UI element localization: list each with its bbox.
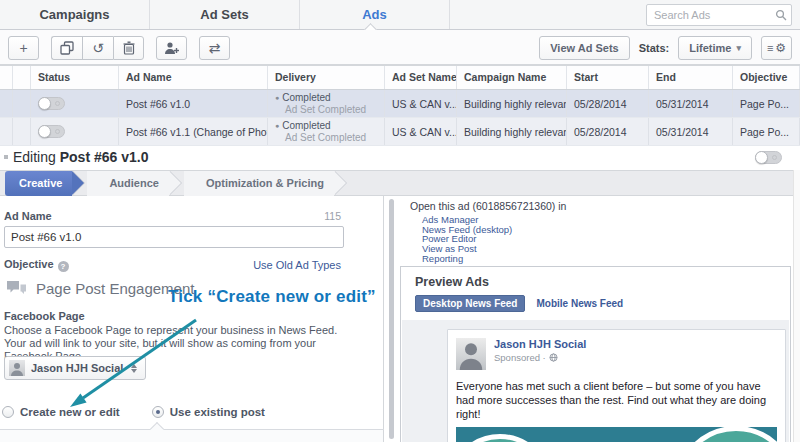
step-audience[interactable]: Audience [87,171,169,196]
export-import-button[interactable]: ⇄ [199,36,230,60]
radio-circle [2,406,14,418]
post-image[interactable] [456,427,777,442]
gear-icon: ⚙ [775,41,786,55]
window-scrollbar[interactable] [793,170,800,442]
search-input[interactable] [646,4,792,26]
editing-bullet-icon [4,155,8,159]
column-header-campaign-name[interactable]: Campaign Name [457,66,567,89]
preview-ads-box: Preview Ads Desktop News Feed Mobile New… [400,266,791,442]
stats-range-value: Lifetime [689,42,731,54]
column-header-spacer [0,66,13,89]
column-header-end[interactable]: End [649,66,733,89]
column-header-ad-set-name[interactable]: Ad Set Name [385,66,457,89]
sponsored-label: Sponsored · [494,352,546,363]
stats-range-dropdown[interactable]: Lifetime ▾ [678,36,752,60]
tab-desktop-news-feed[interactable]: Desktop News Feed [415,295,525,312]
stats-label: Stats: [639,42,670,54]
delivery-status: Completed [282,92,330,103]
person-silhouette-icon [9,360,25,376]
row-gutter [13,118,31,145]
duplicate-button[interactable] [51,36,82,60]
creative-form-panel: Ad Name 115 Objective? Use Old Ad Types … [0,196,384,442]
cell-ad-name: Post #66 v1.0 [119,90,268,117]
search-icon [775,9,787,21]
table-row[interactable]: Post #66 v1.1 (Change of Photo) ●Complet… [0,118,800,146]
step-optimization-pricing[interactable]: Optimization & Pricing [184,171,334,196]
caret-down-icon: ▾ [736,43,741,53]
column-header-status[interactable]: Status [31,66,119,89]
audience-button[interactable] [156,36,187,60]
select-arrows-icon [131,364,137,373]
tab-ads[interactable]: Ads [300,0,450,29]
cell-start-date: 05/28/2014 [567,90,649,117]
left-panel-scrollbar[interactable] [389,199,394,439]
editor-steps-bar: Creative Audience Optimization & Pricing [0,170,800,196]
status-toggle[interactable] [38,125,65,138]
ad-name-input[interactable] [4,226,344,248]
cell-delivery: ●Completed Ad Set Completed [268,90,385,117]
open-ad-links: Ads Manager News Feed (desktop) Power Ed… [422,215,512,264]
toggle-off-ring [55,101,60,106]
radio-circle-checked [152,406,164,418]
delivery-substatus: Ad Set Completed [275,104,384,116]
cell-objective: Page Po... [733,118,800,145]
status-dot-icon: ● [275,122,279,129]
radio-existing-label: Use existing post [170,406,265,418]
use-old-ad-types-link[interactable]: Use Old Ad Types [253,259,341,271]
cell-ad-name: Post #66 v1.1 (Change of Photo) [119,118,268,145]
cell-end-date: 05/31/2014 [649,118,733,145]
tutorial-annotation-text: Tick “Create new or edit” [168,287,376,307]
help-question-icon[interactable]: ? [58,261,69,272]
editing-header: Editing Post #66 v1.0 [0,146,800,170]
person-add-icon [164,41,180,55]
status-dot-icon: ● [275,94,279,101]
revert-button[interactable]: ↺ [82,36,113,60]
power-editor-window: Campaigns Ad Sets Ads + ↺ [0,0,800,442]
ad-preview-post: Jason HJH Social Sponsored · Everyone ha… [447,329,786,442]
editing-status-toggle[interactable] [755,151,782,164]
tab-ad-sets[interactable]: Ad Sets [150,0,300,29]
status-toggle[interactable] [38,97,65,110]
chat-bubbles-icon [6,280,27,297]
facebook-page-label: Facebook Page [4,310,85,322]
objective-label-text: Objective [4,258,54,270]
column-header-objective[interactable]: Objective [733,66,800,89]
page-selector-value: Jason HJH Social [31,362,123,374]
table-row[interactable]: Post #66 v1.0 ●Completed Ad Set Complete… [0,90,800,118]
column-header-ad-name[interactable]: Ad Name [119,66,268,89]
plus-icon: + [19,40,27,56]
radio-create-new-or-edit[interactable]: Create new or edit [2,406,120,418]
toggle-knob [755,151,768,164]
step-creative[interactable]: Creative [5,171,72,196]
facebook-page-selector[interactable]: Jason HJH Social [4,356,146,380]
cell-objective: Page Po... [733,90,800,117]
swap-arrows-icon: ⇄ [209,40,221,56]
ads-table: Status Ad Name Delivery Ad Set Name Camp… [0,65,800,146]
cell-ad-set-name: US & CAN v... [385,118,457,145]
view-ad-sets-button[interactable]: View Ad Sets [539,36,629,60]
post-page-name[interactable]: Jason HJH Social [494,338,777,350]
column-settings-button[interactable]: ≡ ⚙ [761,36,792,60]
cell-ad-set-name: US & CAN v... [385,90,457,117]
globe-icon [549,353,558,362]
radio-use-existing-post[interactable]: Use existing post [152,406,265,418]
radio-create-label: Create new or edit [20,406,120,418]
create-ad-button[interactable]: + [8,36,39,60]
row-gutter [0,118,13,145]
preview-panel: Open this ad (6018856721360) in Ads Mana… [398,196,793,442]
preview-backdrop: Jason HJH Social Sponsored · Everyone ha… [402,320,789,442]
toggle-knob [38,125,51,138]
link-reporting[interactable]: Reporting [422,254,512,264]
cell-status [31,90,119,117]
editing-ad-name: Post #66 v1.0 [60,149,149,165]
trash-icon [123,41,135,55]
column-header-start[interactable]: Start [567,66,649,89]
tab-campaigns[interactable]: Campaigns [0,0,150,29]
cell-campaign-name: Building highly relevan... [457,118,567,145]
post-image-circle [456,434,552,442]
tab-mobile-news-feed[interactable]: Mobile News Feed [536,298,623,309]
cell-delivery: ●Completed Ad Set Completed [268,118,385,145]
delete-button[interactable] [113,36,144,60]
column-header-delivery[interactable]: Delivery [268,66,385,89]
editor-content: Ad Name 115 Objective? Use Old Ad Types … [0,196,800,442]
